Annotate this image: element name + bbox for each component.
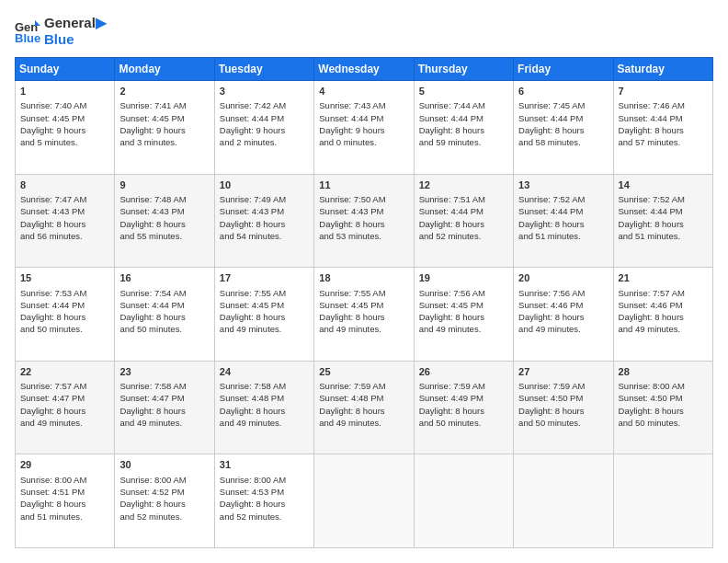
day-info: Daylight: 8 hours: [419, 218, 508, 230]
col-header-saturday: Saturday: [613, 58, 712, 81]
header: Gen Blue General▶ Blue: [15, 15, 713, 48]
day-number: 13: [518, 178, 608, 192]
day-info: Sunrise: 7:59 AM: [419, 380, 508, 392]
day-info: and 52 minutes.: [419, 230, 508, 242]
calendar-cell: 12Sunrise: 7:51 AMSunset: 4:44 PMDayligh…: [414, 174, 513, 268]
day-number: 10: [220, 178, 309, 192]
day-info: Sunrise: 7:57 AM: [20, 380, 109, 392]
day-info: Sunrise: 7:58 AM: [220, 380, 309, 392]
day-info: and 57 minutes.: [619, 136, 708, 148]
day-info: Sunrise: 8:00 AM: [20, 474, 109, 486]
day-number: 9: [119, 178, 209, 192]
day-info: Sunrise: 7:46 AM: [619, 99, 708, 111]
day-info: Sunrise: 7:56 AM: [518, 287, 608, 299]
calendar-cell: 18Sunrise: 7:55 AMSunset: 4:45 PMDayligh…: [314, 268, 414, 362]
day-info: Daylight: 8 hours: [220, 311, 309, 323]
day-number: 20: [518, 271, 608, 285]
day-info: and 49 minutes.: [119, 417, 209, 429]
day-info: and 55 minutes.: [119, 230, 209, 242]
day-info: Sunset: 4:44 PM: [518, 112, 608, 124]
day-info: Daylight: 8 hours: [518, 311, 608, 323]
calendar-cell: [613, 454, 712, 548]
day-info: Sunset: 4:43 PM: [119, 205, 209, 217]
day-info: Sunrise: 7:55 AM: [220, 287, 309, 299]
day-info: Sunset: 4:44 PM: [619, 112, 708, 124]
day-info: and 49 minutes.: [319, 417, 408, 429]
calendar-cell: 31Sunrise: 8:00 AMSunset: 4:53 PMDayligh…: [214, 454, 313, 548]
day-number: 18: [319, 271, 408, 285]
day-info: Daylight: 8 hours: [518, 218, 608, 230]
day-info: Daylight: 9 hours: [119, 124, 209, 136]
calendar-cell: 15Sunrise: 7:53 AMSunset: 4:44 PMDayligh…: [16, 268, 115, 362]
calendar-cell: 30Sunrise: 8:00 AMSunset: 4:52 PMDayligh…: [115, 454, 214, 548]
calendar-cell: 26Sunrise: 7:59 AMSunset: 4:49 PMDayligh…: [414, 361, 513, 454]
day-number: 24: [220, 365, 309, 379]
day-info: Sunset: 4:43 PM: [20, 205, 109, 217]
day-info: Sunset: 4:44 PM: [20, 299, 109, 311]
day-info: Sunset: 4:45 PM: [419, 299, 508, 311]
day-info: and 51 minutes.: [20, 511, 109, 523]
day-info: and 59 minutes.: [419, 136, 508, 148]
calendar-cell: 21Sunrise: 7:57 AMSunset: 4:46 PMDayligh…: [613, 268, 712, 362]
day-info: and 5 minutes.: [20, 136, 109, 148]
day-number: 22: [20, 365, 109, 379]
day-info: and 50 minutes.: [20, 323, 109, 335]
day-info: Daylight: 8 hours: [518, 124, 608, 136]
day-info: and 50 minutes.: [119, 323, 209, 335]
day-info: Daylight: 8 hours: [518, 405, 608, 417]
day-info: Sunrise: 7:40 AM: [20, 99, 109, 111]
day-number: 23: [119, 365, 209, 379]
day-info: and 52 minutes.: [220, 511, 309, 523]
day-number: 11: [319, 178, 408, 192]
day-info: and 51 minutes.: [619, 230, 708, 242]
calendar-cell: 16Sunrise: 7:54 AMSunset: 4:44 PMDayligh…: [115, 268, 214, 362]
col-header-sunday: Sunday: [16, 58, 115, 81]
day-info: Sunset: 4:45 PM: [20, 112, 109, 124]
calendar-cell: 10Sunrise: 7:49 AMSunset: 4:43 PMDayligh…: [214, 174, 313, 268]
day-info: Daylight: 9 hours: [319, 124, 408, 136]
day-info: Sunrise: 7:51 AM: [419, 193, 508, 205]
day-info: Sunrise: 7:53 AM: [20, 287, 109, 299]
day-number: 25: [319, 365, 408, 379]
day-info: Sunset: 4:43 PM: [319, 205, 408, 217]
calendar-cell: 1Sunrise: 7:40 AMSunset: 4:45 PMDaylight…: [16, 81, 115, 175]
day-info: Sunrise: 7:44 AM: [419, 99, 508, 111]
day-info: Sunset: 4:44 PM: [119, 299, 209, 311]
day-info: Sunrise: 7:49 AM: [220, 193, 309, 205]
day-info: Daylight: 9 hours: [20, 124, 109, 136]
col-header-thursday: Thursday: [414, 58, 513, 81]
calendar-cell: 24Sunrise: 7:58 AMSunset: 4:48 PMDayligh…: [214, 361, 313, 454]
calendar-cell: 13Sunrise: 7:52 AMSunset: 4:44 PMDayligh…: [514, 174, 613, 268]
day-info: Sunrise: 7:47 AM: [20, 193, 109, 205]
calendar-cell: 9Sunrise: 7:48 AMSunset: 4:43 PMDaylight…: [115, 174, 214, 268]
day-info: Sunrise: 7:42 AM: [220, 99, 309, 111]
day-info: Daylight: 8 hours: [220, 405, 309, 417]
day-info: and 0 minutes.: [319, 136, 408, 148]
day-info: Sunrise: 7:43 AM: [319, 99, 408, 111]
day-info: Sunrise: 7:45 AM: [518, 99, 608, 111]
day-number: 27: [518, 365, 608, 379]
day-info: Daylight: 8 hours: [20, 498, 109, 510]
calendar-cell: 17Sunrise: 7:55 AMSunset: 4:45 PMDayligh…: [214, 268, 313, 362]
day-info: Sunrise: 7:41 AM: [119, 99, 209, 111]
calendar-cell: 28Sunrise: 8:00 AMSunset: 4:50 PMDayligh…: [613, 361, 712, 454]
day-number: 4: [319, 85, 408, 98]
logo-icon: Gen Blue: [15, 18, 40, 44]
day-info: Daylight: 8 hours: [619, 311, 708, 323]
calendar-cell: 29Sunrise: 8:00 AMSunset: 4:51 PMDayligh…: [16, 454, 115, 548]
day-info: Sunset: 4:46 PM: [518, 299, 608, 311]
day-info: Sunset: 4:47 PM: [20, 392, 109, 404]
day-info: Sunset: 4:50 PM: [518, 392, 608, 404]
day-info: Sunrise: 8:00 AM: [119, 474, 209, 486]
day-info: Sunrise: 7:50 AM: [319, 193, 408, 205]
col-header-monday: Monday: [115, 58, 214, 81]
day-info: and 53 minutes.: [319, 230, 408, 242]
day-number: 2: [119, 85, 209, 98]
calendar-cell: 5Sunrise: 7:44 AMSunset: 4:44 PMDaylight…: [414, 81, 513, 175]
day-info: Sunset: 4:47 PM: [119, 392, 209, 404]
day-info: Daylight: 8 hours: [20, 311, 109, 323]
day-info: Sunset: 4:51 PM: [20, 486, 109, 498]
day-info: Sunset: 4:46 PM: [619, 299, 708, 311]
calendar-cell: 27Sunrise: 7:59 AMSunset: 4:50 PMDayligh…: [514, 361, 613, 454]
calendar-cell: 4Sunrise: 7:43 AMSunset: 4:44 PMDaylight…: [314, 81, 414, 175]
